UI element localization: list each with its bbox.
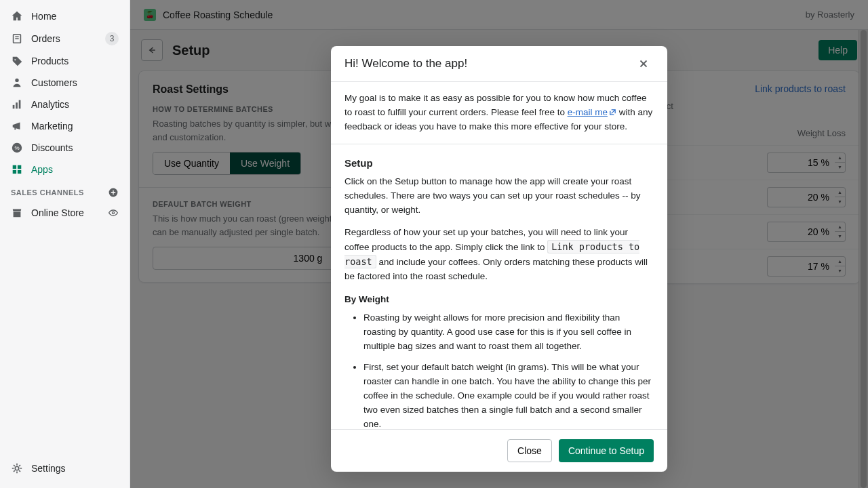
orders-icon xyxy=(11,33,23,45)
discount-icon: % xyxy=(11,142,23,154)
modal-intro: My goal is to make it as easy as possibl… xyxy=(331,82,667,144)
sidebar-item-label: Customers xyxy=(31,77,77,88)
list-item: First, set your default batch weight (in… xyxy=(363,361,654,429)
by-weight-heading: By Weight xyxy=(344,293,654,307)
sidebar-item-label: Orders xyxy=(31,33,60,44)
gear-icon xyxy=(11,462,23,474)
home-icon xyxy=(11,10,23,22)
person-icon xyxy=(11,77,23,89)
modal-close-button[interactable] xyxy=(637,56,654,72)
modal-title: Hi! Welcome to the app! xyxy=(344,57,467,70)
sidebar-item-label: Online Store xyxy=(31,207,84,218)
svg-rect-4 xyxy=(19,100,21,109)
setup-p1: Click on the Setup button to manage how … xyxy=(344,175,654,218)
sidebar-item-label: Home xyxy=(31,11,56,22)
megaphone-icon xyxy=(11,120,23,132)
modal-header: Hi! Welcome to the app! xyxy=(331,46,667,82)
sidebar-item-marketing[interactable]: Marketing xyxy=(0,115,130,137)
modal-content: Setup Click on the Setup button to manag… xyxy=(331,144,667,429)
modal-footer: Close Continue to Setup xyxy=(331,429,667,472)
sidebar-item-products[interactable]: Products xyxy=(0,50,130,72)
svg-point-12 xyxy=(112,211,114,214)
sidebar-item-orders[interactable]: Orders 3 xyxy=(0,27,130,50)
close-button[interactable]: Close xyxy=(507,439,552,462)
email-link[interactable]: e-mail me xyxy=(568,107,616,117)
sidebar-item-label: Marketing xyxy=(31,121,73,131)
content-area: 🍒 Coffee Roasting Schedule by Roasterly … xyxy=(130,0,868,488)
svg-rect-9 xyxy=(13,170,16,174)
sidebar-item-online-store[interactable]: Online Store xyxy=(0,202,130,224)
svg-rect-2 xyxy=(13,105,15,108)
analytics-icon xyxy=(11,98,23,110)
sidebar-item-label: Apps xyxy=(31,164,53,175)
apps-icon xyxy=(11,163,23,176)
list-item: Roasting by weight allows for more preci… xyxy=(363,311,654,354)
store-icon xyxy=(11,207,23,219)
setup-p2: Regardless of how your set up your batch… xyxy=(344,226,654,284)
sidebar-item-label: Discounts xyxy=(31,142,73,153)
svg-rect-3 xyxy=(16,102,18,108)
svg-rect-8 xyxy=(18,165,21,169)
svg-point-13 xyxy=(15,466,18,470)
svg-rect-10 xyxy=(18,170,21,174)
tag-icon xyxy=(11,55,23,67)
sidebar-item-customers[interactable]: Customers xyxy=(0,72,130,94)
sales-channels-header: SALES CHANNELS xyxy=(0,180,130,202)
svg-point-1 xyxy=(15,79,18,82)
sidebar-item-settings[interactable]: Settings xyxy=(0,458,130,488)
sidebar-item-label: Analytics xyxy=(31,99,69,110)
eye-icon[interactable] xyxy=(108,207,119,218)
sidebar-item-label: Products xyxy=(31,56,68,66)
external-link-icon xyxy=(609,108,616,116)
modal-body[interactable]: My goal is to make it as easy as possibl… xyxy=(331,82,667,429)
sidebar-item-apps[interactable]: Apps xyxy=(0,159,130,180)
add-channel-icon[interactable] xyxy=(108,187,119,198)
setup-heading: Setup xyxy=(344,155,654,171)
settings-label: Settings xyxy=(31,463,66,474)
sidebar: Home Orders 3 Products Customers Analyti… xyxy=(0,0,130,488)
continue-button[interactable]: Continue to Setup xyxy=(559,439,654,462)
sidebar-item-home[interactable]: Home xyxy=(0,5,130,27)
welcome-modal: Hi! Welcome to the app! My goal is to ma… xyxy=(331,46,667,472)
by-weight-list: Roasting by weight allows for more preci… xyxy=(344,311,654,429)
orders-badge: 3 xyxy=(105,32,119,45)
sidebar-item-discounts[interactable]: % Discounts xyxy=(0,137,130,159)
svg-rect-7 xyxy=(13,165,16,169)
sidebar-item-analytics[interactable]: Analytics xyxy=(0,94,130,115)
svg-text:%: % xyxy=(14,145,19,151)
sales-channels-label: SALES CHANNELS xyxy=(11,188,84,197)
